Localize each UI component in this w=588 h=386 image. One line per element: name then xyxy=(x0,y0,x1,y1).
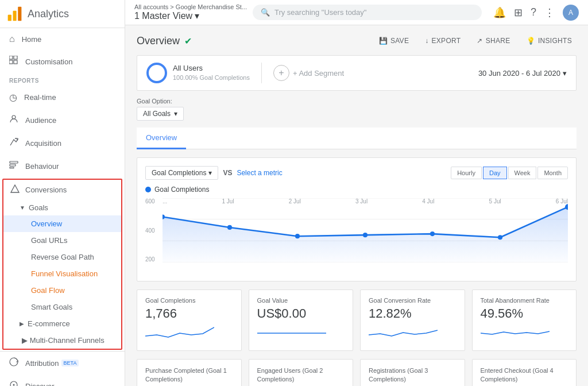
svg-rect-1 xyxy=(13,11,17,21)
view-selector[interactable]: 1 Master View ▾ xyxy=(134,10,247,21)
sidebar-item-goal-urls[interactable]: Goal URLs xyxy=(3,232,121,249)
conversions-section: Conversions ▼ Goals Overview Goal URLs R… xyxy=(2,179,122,350)
chart-svg xyxy=(163,198,568,263)
chart-container: Goal Completions ▾ VS Select a metric Ho… xyxy=(137,157,577,281)
discover-icon xyxy=(9,380,18,386)
mini-chart-abandonment-rate xyxy=(481,325,550,342)
insights-button[interactable]: 💡 INSIGHTS xyxy=(522,34,577,47)
header-actions: 💾 SAVE ↓ EXPORT ↗ SHARE 💡 INSIGHTS xyxy=(374,34,577,47)
segments-row: All Users 100.00% Goal Completions + + A… xyxy=(137,55,577,91)
sidebar-item-behaviour[interactable]: Behaviour xyxy=(0,155,125,177)
time-btn-day[interactable]: Day xyxy=(483,167,507,179)
sidebar-item-overview[interactable]: Overview xyxy=(3,215,121,232)
date-range-picker[interactable]: 30 Jun 2020 - 6 Jul 2020 ▾ xyxy=(478,69,567,78)
sidebar-item-audience[interactable]: Audience xyxy=(0,109,125,132)
goal-card-1: Purchase Completed (Goal 1 Completions) … xyxy=(137,359,242,386)
goal-card-2: Engaged Users (Goal 2 Completions) 1,397 xyxy=(249,359,354,386)
share-icon: ↗ xyxy=(477,37,482,45)
mini-chart-conversion-rate xyxy=(369,325,438,342)
save-button[interactable]: 💾 SAVE xyxy=(374,34,414,47)
time-btn-month[interactable]: Month xyxy=(537,167,568,179)
avatar[interactable]: A xyxy=(563,5,579,21)
help-icon[interactable]: ? xyxy=(531,6,536,18)
sidebar-item-acquisition[interactable]: Acquisition xyxy=(0,132,125,155)
sidebar-item-discover[interactable]: Discover xyxy=(0,375,125,386)
svg-rect-2 xyxy=(18,7,21,21)
goal-option-dropdown[interactable]: All Goals ▾ xyxy=(137,107,184,121)
search-icon: 🔍 xyxy=(261,8,270,17)
sidebar-bottom: Attribution BETA Discover ⚙ Admin xyxy=(0,351,125,386)
segment-circle xyxy=(146,63,167,83)
goal-card-4: Entered Checkout (Goal 4 Completions) 26… xyxy=(472,359,577,386)
mini-chart-goal-completions xyxy=(145,325,214,342)
select-metric-link[interactable]: Select a metric xyxy=(237,169,282,177)
conversions-icon xyxy=(10,184,20,195)
sidebar-item-home[interactable]: ⌂ Home xyxy=(0,28,125,50)
ecommerce-arrow-icon: ▶ xyxy=(20,321,24,327)
y-axis-labels: 600 400 200 xyxy=(145,198,155,273)
add-segment-icon: + xyxy=(273,65,289,81)
goals-arrow-icon: ▼ xyxy=(20,204,25,211)
svg-rect-9 xyxy=(10,161,18,163)
svg-rect-7 xyxy=(14,60,17,64)
goal-option-row: Goal Option: All Goals ▾ xyxy=(137,98,577,121)
sidebar-item-multichannel[interactable]: ▶ Multi-Channel Funnels xyxy=(3,332,121,349)
sidebar-item-attribution[interactable]: Attribution BETA xyxy=(0,352,125,375)
export-button[interactable]: ↓ EXPORT xyxy=(420,34,465,47)
mini-chart-goal-value xyxy=(257,325,326,342)
insights-icon: 💡 xyxy=(527,37,535,45)
svg-rect-4 xyxy=(9,56,13,59)
legend-dot xyxy=(145,187,151,192)
tab-bar: Overview xyxy=(137,128,577,149)
sidebar-item-smart-goals[interactable]: Smart Goals xyxy=(3,299,121,315)
svg-rect-5 xyxy=(14,56,17,59)
goal-card-3: Registrations (Goal 3 Completions) 76 xyxy=(360,359,465,386)
notifications-icon[interactable]: 🔔 xyxy=(493,6,506,19)
svg-point-26 xyxy=(498,235,502,240)
add-segment-button[interactable]: + + Add Segment xyxy=(262,65,344,81)
time-btn-week[interactable]: Week xyxy=(508,167,537,179)
svg-point-23 xyxy=(295,234,300,238)
metric-selector: Goal Completions ▾ VS Select a metric xyxy=(145,166,283,180)
goals-header[interactable]: ▼ Goals xyxy=(3,200,121,215)
svg-rect-6 xyxy=(9,60,13,64)
apps-icon[interactable]: ⊞ xyxy=(514,6,523,19)
metric-dropdown[interactable]: Goal Completions ▾ xyxy=(145,166,218,180)
app-title: Analytics xyxy=(28,8,69,20)
time-buttons: Hourly Day Week Month xyxy=(451,167,568,179)
sidebar-item-realtime[interactable]: ◷ Real-time xyxy=(0,86,125,109)
sidebar-item-funnel-visualisation[interactable]: Funnel Visualisation xyxy=(3,265,121,282)
behaviour-icon xyxy=(9,160,18,172)
tab-overview[interactable]: Overview xyxy=(137,128,186,149)
metric-card-conversion-rate: Goal Conversion Rate 12.82% xyxy=(360,290,465,351)
sidebar-item-customisation[interactable]: Customisation xyxy=(0,50,125,73)
metric-card-goal-value: Goal Value US$0.00 xyxy=(249,290,354,351)
time-btn-hourly[interactable]: Hourly xyxy=(451,167,482,179)
sidebar-item-goal-flow[interactable]: Goal Flow xyxy=(3,282,121,299)
audience-icon xyxy=(9,114,18,126)
topbar: All accounts > Google Merchandise St... … xyxy=(125,0,588,25)
metric-cards: Goal Completions 1,766 Goal Value US$0.0… xyxy=(137,290,577,351)
home-icon: ⌂ xyxy=(9,34,15,44)
sidebar-item-conversions[interactable]: Conversions xyxy=(3,180,121,200)
share-button[interactable]: ↗ SHARE xyxy=(472,34,514,47)
save-icon: 💾 xyxy=(379,37,388,45)
date-range-chevron-icon: ▾ xyxy=(563,69,567,78)
search-bar[interactable]: 🔍 Try searching "Users today" xyxy=(253,5,482,20)
acquisition-icon xyxy=(9,137,18,149)
svg-marker-12 xyxy=(11,185,19,192)
main-area: All accounts > Google Merchandise St... … xyxy=(125,0,588,386)
customisation-icon xyxy=(9,56,18,67)
segment-all-users[interactable]: All Users 100.00% Goal Completions xyxy=(146,63,262,83)
sidebar-item-reverse-goal-path[interactable]: Reverse Goal Path xyxy=(3,249,121,265)
sidebar-item-ecommerce[interactable]: ▶ E-commerce xyxy=(3,315,121,332)
segment-info: All Users 100.00% Goal Completions xyxy=(173,63,250,83)
chart-controls: Goal Completions ▾ VS Select a metric Ho… xyxy=(145,166,568,180)
sidebar-logo: Analytics xyxy=(0,0,125,28)
topbar-icons: 🔔 ⊞ ? ⋮ A xyxy=(493,5,579,21)
chevron-down-icon: ▾ xyxy=(195,10,199,21)
more-icon[interactable]: ⋮ xyxy=(544,6,555,19)
svg-rect-11 xyxy=(10,167,14,168)
metric-card-abandonment-rate: Total Abandonment Rate 49.56% xyxy=(472,290,577,351)
goal-cards: Purchase Completed (Goal 1 Completions) … xyxy=(137,359,577,386)
